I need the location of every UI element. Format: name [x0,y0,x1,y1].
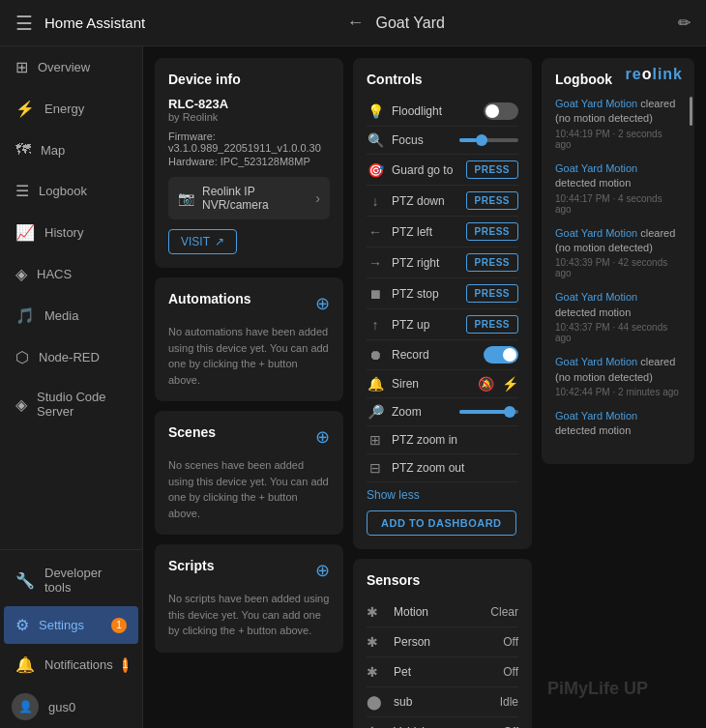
column-1: Device info RLC-823A by Reolink Firmware… [155,58,343,728]
scripts-add-button[interactable]: ⊕ [315,560,330,581]
sensors-title: Sensors [367,572,518,588]
focus-slider[interactable] [459,138,519,142]
sidebar-bottom: 🔧 Developer tools ⚙ Settings 1 🔔 Notific… [0,549,142,728]
content-area: Device info RLC-823A by Reolink Firmware… [143,46,706,728]
scripts-header: Scripts ⊕ [168,558,330,583]
log-entity-link-2[interactable]: Goat Yard Motion [555,227,637,239]
floodlight-toggle[interactable] [484,102,518,120]
control-ptz-right: → PTZ right PRESS [367,248,518,278]
record-toggle[interactable] [484,346,518,364]
control-ptz-down: ↓ PTZ down PRESS [367,186,518,217]
log-entity-link-0[interactable]: Goat Yard Motion [555,98,637,109]
device-link-icon: 📷 [178,190,194,206]
log-entry-5: Goat Yard Motion detected motion [555,409,681,439]
ptz-up-icon: ↑ [367,317,384,333]
automations-card: Automations ⊕ No automations have been a… [155,277,343,401]
control-record: ⏺ Record [367,340,518,370]
ptz-right-button[interactable]: PRESS [466,253,518,272]
device-info-title: Device info [168,72,330,87]
controls-title: Controls [367,72,518,87]
sensor-pet: ✱ Pet Off [367,657,518,687]
watermark: PiMyLife UP [547,679,648,699]
main-layout: ⊞ Overview ⚡ Energy 🗺 Map ☰ Logbook 📈 Hi… [0,46,706,728]
control-ptz-zoom-in: ⊞ PTZ zoom in [367,426,518,454]
map-icon: 🗺 [15,141,31,159]
device-manufacturer: by Reolink [168,111,330,123]
sidebar-item-hacs[interactable]: ◈ HACS [4,255,138,293]
device-link-label: Reolink IP NVR/camera [202,185,315,212]
automations-header: Automations ⊕ [168,291,330,316]
menu-icon[interactable]: ☰ [8,4,41,43]
log-entry-0: Goat Yard Motion cleared (no motion dete… [555,97,681,150]
siren-sound-icon[interactable]: ⚡ [502,376,518,392]
ptz-down-button[interactable]: PRESS [466,191,518,210]
scenes-desc: No scenes have been added using this dev… [168,457,330,521]
show-less-link[interactable]: Show less [367,488,420,502]
ptz-up-button[interactable]: PRESS [466,315,518,334]
scenes-add-button[interactable]: ⊕ [315,426,330,448]
log-entry-1: Goat Yard Motion detected motion 10:44:1… [555,161,681,215]
control-zoom: 🔎 Zoom [367,398,518,426]
sidebar-item-energy[interactable]: ⚡ Energy [4,90,138,128]
scripts-desc: No scripts have been added using this de… [168,591,330,639]
control-ptz-zoom-out: ⊟ PTZ zoom out [367,454,518,482]
sidebar-item-logbook[interactable]: ☰ Logbook [4,172,138,210]
sidebar-item-node-red[interactable]: ⬡ Node-RED [4,338,138,376]
ptz-left-button[interactable]: PRESS [466,222,518,241]
automations-desc: No automations have been added using thi… [168,324,330,388]
scripts-card: Scripts ⊕ No scripts have been added usi… [155,544,343,653]
energy-icon: ⚡ [15,100,35,118]
back-button[interactable]: ← [339,5,372,41]
sidebar-item-notifications[interactable]: 🔔 Notifications 1 [4,646,138,684]
user-item[interactable]: 👤 gus0 [0,685,142,728]
log-entry-2: Goat Yard Motion cleared (no motion dete… [555,226,681,279]
sensor-vehicle: ✱ Vehicle Off [367,717,518,728]
notifications-icon: 🔔 [15,655,35,674]
automations-add-button[interactable]: ⊕ [315,293,330,314]
log-entry-3: Goat Yard Motion detected motion 10:43:3… [555,290,681,343]
topbar: ☰ Home Assistant ← Goat Yard ✏ [0,0,706,46]
sidebar-item-history[interactable]: 📈 History [4,214,138,251]
log-entity-link-1[interactable]: Goat Yard Motion [555,162,637,174]
log-title-0: Goat Yard Motion cleared (no motion dete… [555,97,681,127]
log-entry-4: Goat Yard Motion cleared (no motion dete… [555,355,681,397]
control-ptz-left: ← PTZ left PRESS [367,217,518,248]
sensor-person: ✱ Person Off [367,627,518,657]
sidebar-item-overview[interactable]: ⊞ Overview [4,48,138,86]
device-model: RLC-823A [168,97,330,111]
log-entity-link-3[interactable]: Goat Yard Motion [555,291,637,303]
sidebar-item-studio[interactable]: ◈ Studio Code Server [4,380,138,428]
log-title-5: Goat Yard Motion detected motion [555,409,681,439]
guard-go-to-button[interactable]: PRESS [466,160,518,179]
sidebar-item-settings[interactable]: ⚙ Settings 1 [4,606,138,644]
motion-icon: ✱ [367,604,384,620]
settings-icon: ⚙ [15,616,29,634]
siren-mute-icon[interactable]: 🔕 [478,376,494,392]
history-icon: 📈 [15,223,35,242]
log-entity-link-4[interactable]: Goat Yard Motion [555,356,637,367]
control-ptz-stop: ⏹ PTZ stop PRESS [367,278,518,309]
ptz-down-icon: ↓ [367,193,384,209]
add-dashboard-button[interactable]: ADD TO DASHBOARD [367,510,516,536]
device-link-row[interactable]: 📷 Reolink IP NVR/camera › [168,177,330,219]
visit-button[interactable]: VISIT ↗ [168,229,237,254]
external-link-icon: ↗ [215,235,224,248]
sidebar-item-media[interactable]: 🎵 Media [4,297,138,335]
scenes-header: Scenes ⊕ [168,424,330,450]
hacs-icon: ◈ [15,265,27,283]
sensor-sub: ⬤ sub Idle [367,687,518,717]
log-title-1: Goat Yard Motion detected motion [555,161,681,191]
edit-icon[interactable]: ✏ [670,6,698,40]
chevron-right-icon: › [315,190,320,206]
logbook-scrollbar[interactable] [690,97,692,126]
ptz-stop-button[interactable]: PRESS [466,284,518,303]
sidebar-item-developer[interactable]: 🔧 Developer tools [4,556,138,604]
control-focus: 🔍 Focus [367,127,518,155]
control-siren: 🔔 Siren 🔕 ⚡ [367,370,518,398]
sidebar-item-map[interactable]: 🗺 Map [4,131,138,168]
log-title-4: Goat Yard Motion cleared (no motion dete… [555,355,681,385]
sub-icon: ⬤ [367,694,384,710]
log-entity-link-5[interactable]: Goat Yard Motion [555,410,637,422]
scenes-title: Scenes [168,424,216,440]
zoom-slider[interactable] [459,410,519,414]
